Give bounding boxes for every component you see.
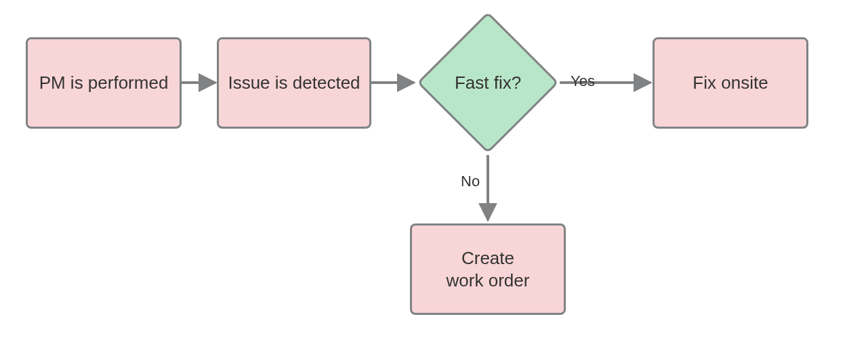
edge-label-no: No <box>461 173 480 190</box>
node-label: PM is performed <box>39 72 169 94</box>
node-fix-onsite: Fix onsite <box>653 37 808 129</box>
node-decision-fast-fix: Fast fix? <box>416 11 560 154</box>
node-issue-detected: Issue is detected <box>217 37 371 129</box>
edge-label-yes: Yes <box>571 72 595 90</box>
node-label: Fast fix? <box>455 72 521 93</box>
node-create-work-order: Create work order <box>410 223 566 315</box>
flowchart-canvas: PM is performed Issue is detected Fast f… <box>0 0 868 344</box>
node-label: Fix onsite <box>693 72 768 94</box>
node-label: Create work order <box>447 247 530 291</box>
node-pm-performed: PM is performed <box>26 37 182 129</box>
node-label: Issue is detected <box>228 72 360 94</box>
